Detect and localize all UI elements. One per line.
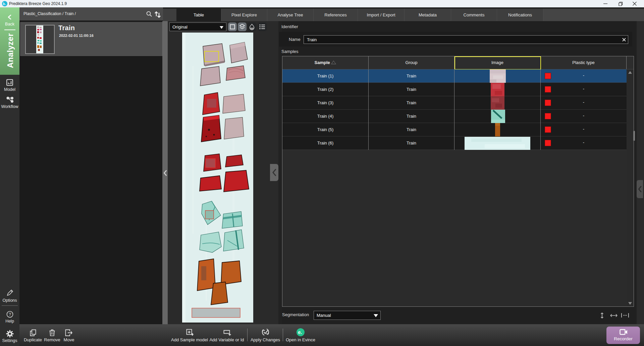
svg-text:b.: b.	[3, 2, 6, 6]
svg-text:?: ?	[9, 312, 11, 317]
svg-text:e.: e.	[298, 330, 302, 335]
